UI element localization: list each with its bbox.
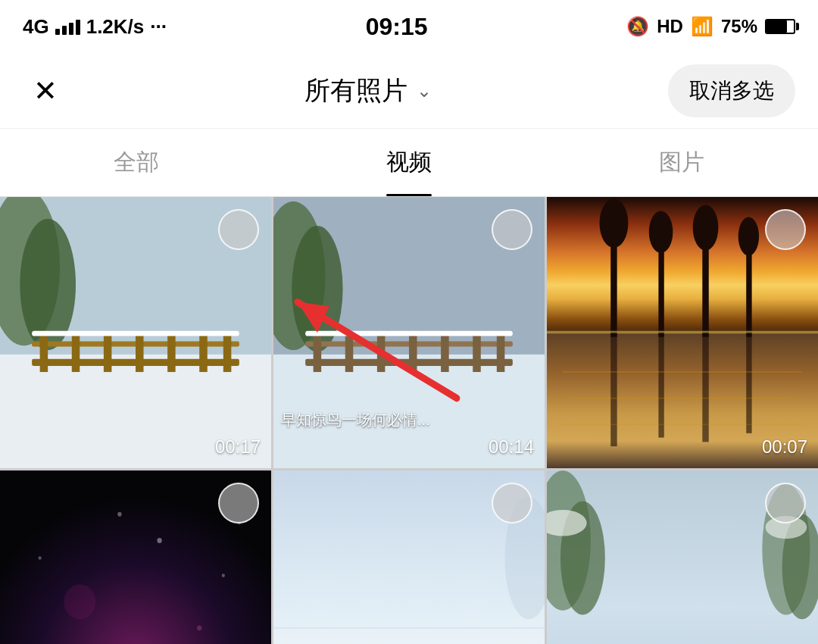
svg-point-3	[20, 219, 76, 350]
svg-point-33	[599, 199, 628, 248]
battery-icon	[765, 19, 795, 34]
svg-rect-11	[199, 333, 208, 372]
album-title-text: 所有照片	[304, 73, 407, 108]
svg-rect-27	[305, 331, 513, 336]
photo-cell-1[interactable]: 00:17	[0, 197, 271, 468]
signal-bars-icon	[55, 18, 80, 35]
svg-rect-6	[40, 333, 48, 372]
svg-point-65	[64, 584, 95, 619]
tab-photo[interactable]: 图片	[545, 129, 818, 196]
svg-point-62	[39, 556, 42, 560]
close-icon: ✕	[33, 74, 58, 108]
svg-rect-42	[658, 333, 663, 438]
svg-rect-24	[441, 333, 449, 372]
select-circle-6[interactable]	[765, 483, 806, 524]
select-circle-5[interactable]	[492, 483, 532, 524]
album-title-button[interactable]: 所有照片 ⌄	[304, 73, 432, 108]
svg-rect-25	[473, 333, 481, 372]
nav-bar: ✕ 所有照片 ⌄ 取消多选	[0, 53, 818, 129]
ellipsis: ···	[150, 15, 167, 39]
hd-label: HD	[657, 16, 683, 37]
select-circle-1[interactable]	[218, 209, 259, 250]
svg-point-39	[738, 217, 759, 256]
svg-rect-20	[314, 333, 322, 372]
photo-cell-3[interactable]: 00:07	[547, 197, 818, 468]
duration-3: 00:07	[762, 436, 807, 458]
svg-rect-9	[136, 333, 144, 372]
select-circle-4[interactable]	[218, 483, 259, 524]
select-circle-3[interactable]	[765, 209, 806, 250]
svg-rect-8	[104, 333, 112, 372]
svg-rect-23	[409, 333, 417, 372]
svg-point-60	[222, 574, 225, 577]
photo-cell-2[interactable]: 早知惊鸟一场何必情... 00:14	[273, 197, 545, 468]
clock: 09:15	[366, 13, 428, 41]
subtitle-2: 早知惊鸟一场何必情...	[281, 410, 430, 430]
svg-rect-41	[610, 333, 617, 446]
duration-2: 00:14	[489, 436, 534, 458]
network-speed: 1.2K/s	[86, 15, 145, 39]
photo-cell-4[interactable]	[0, 470, 271, 644]
svg-point-37	[693, 205, 719, 250]
status-bar: 4G 1.2K/s ··· 09:15 🔕 HD 📶 75%	[0, 0, 818, 53]
select-circle-2[interactable]	[492, 209, 532, 250]
tab-all[interactable]: 全部	[0, 129, 273, 196]
svg-rect-22	[377, 333, 386, 372]
photo-cell-5[interactable]	[273, 470, 545, 644]
svg-point-64	[197, 625, 201, 630]
svg-point-35	[649, 211, 673, 252]
chevron-down-icon: ⌄	[417, 80, 432, 102]
svg-rect-12	[223, 333, 232, 372]
cancel-multi-select-button[interactable]: 取消多选	[668, 64, 795, 117]
tab-video[interactable]: 视频	[273, 129, 545, 196]
photo-grid: 00:17	[0, 197, 818, 644]
svg-rect-10	[167, 333, 176, 372]
svg-point-61	[117, 512, 121, 517]
svg-rect-26	[497, 333, 505, 372]
photo-cell-6[interactable]	[547, 470, 818, 644]
svg-rect-13	[32, 331, 239, 336]
duration-1: 00:17	[215, 436, 261, 458]
battery-percent: 75%	[721, 16, 757, 37]
svg-rect-40	[547, 331, 818, 333]
mute-icon: 🔕	[626, 16, 649, 37]
close-button[interactable]: ✕	[23, 68, 68, 114]
tab-bar: 全部 视频 图片	[0, 129, 818, 197]
network-type: 4G	[23, 15, 49, 39]
status-left: 4G 1.2K/s ···	[23, 15, 167, 39]
wifi-icon: 📶	[691, 16, 713, 37]
svg-rect-43	[702, 333, 708, 442]
svg-rect-7	[72, 333, 80, 372]
svg-rect-21	[345, 333, 354, 372]
svg-point-59	[157, 538, 161, 543]
svg-rect-44	[746, 333, 751, 433]
status-right: 🔕 HD 📶 75%	[626, 16, 795, 37]
